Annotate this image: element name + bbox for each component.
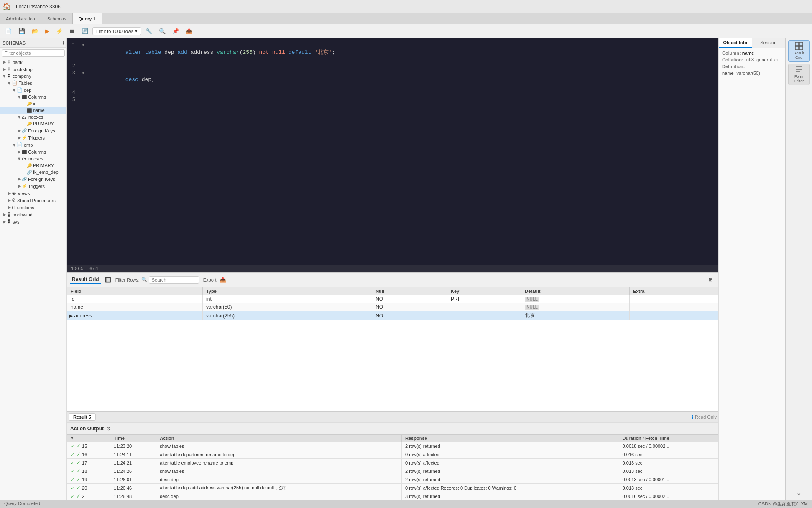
tree-toggle-columns-dep[interactable]: ▼ [17, 94, 22, 99]
wrap-cell-btn[interactable]: ⊞ [706, 276, 715, 284]
tree-item-columns-dep[interactable]: ▼ ⬛ Columns [0, 94, 66, 100]
tree-toggle-company[interactable]: ▼ [2, 74, 7, 79]
tree-item-columns-emp[interactable]: ▶ ⬛ Columns [0, 148, 66, 155]
window-title: Local instance 3306 [16, 4, 61, 10]
tab-object-info[interactable]: Object Info [719, 38, 752, 48]
tree-toggle-indexes-emp[interactable]: ▼ [17, 156, 22, 161]
tab-session[interactable]: Session [752, 38, 786, 48]
tree-toggle-northwind[interactable]: ▶ [2, 212, 7, 217]
cell-response: 3 row(s) returned [402, 492, 619, 500]
export-format-btn[interactable]: 📥 [220, 277, 226, 283]
tree-toggle-bookshop[interactable]: ▶ [2, 66, 7, 72]
cell-response: 2 row(s) returned [402, 442, 619, 450]
filter-objects-input[interactable] [2, 49, 65, 57]
result-grid-tab-btn[interactable]: Result Grid [70, 276, 101, 284]
execute-btn[interactable]: ▶ [43, 27, 52, 36]
limit-rows-control[interactable]: Limit to 1000 rows ▾ [92, 27, 141, 35]
code-editor[interactable]: 1 • alter table dep add address varchar(… [67, 38, 718, 272]
action-table-row: ✓ 19 11:26:01 desc dep 2 row(s) returned… [67, 475, 718, 484]
execute-current-btn[interactable]: ⚡ [54, 27, 65, 36]
col-header-type: Type [203, 287, 372, 295]
tree-item-northwind[interactable]: ▶ 🗄 northwind [0, 211, 66, 218]
tree-item-indexes-dep[interactable]: ▼ 🗂 Indexes [0, 114, 66, 120]
table-row[interactable]: id int NO PRI NULL [67, 295, 718, 303]
cell-action: desc dep [156, 475, 402, 484]
tree-item-dep[interactable]: ▼ 📄 dep [0, 86, 66, 94]
tree-toggle-functions[interactable]: ▶ [7, 205, 12, 210]
tree-toggle-emp[interactable]: ▼ [12, 142, 17, 147]
sidebar-toggle-icon[interactable]: ⟩ [62, 40, 64, 46]
tree-toggle-stored-procedures[interactable]: ▶ [7, 198, 12, 203]
tree-toggle-bank[interactable]: ▶ [2, 59, 7, 65]
tree-item-fk-emp-dep[interactable]: 🔗 fk_emp_dep [0, 169, 66, 175]
action-output-label: Action Output [70, 426, 104, 432]
search-btn[interactable]: 🔍 [156, 27, 168, 36]
table-row[interactable]: name varchar(50) NO NULL [67, 303, 718, 311]
database-icon-company: 🗄 [7, 74, 11, 79]
tree-item-fk-emp[interactable]: ▶ 🔗 Foreign Keys [0, 175, 66, 183]
cell-action: show tables [156, 442, 402, 450]
cell-key: PRI [447, 295, 521, 303]
action-table-row: ✓ 21 11:26:48 desc dep 3 row(s) returned… [67, 492, 718, 500]
editor-content[interactable]: 1 • alter table dep add address varchar(… [67, 38, 718, 265]
tree-item-primary-dep[interactable]: 🔑 PRIMARY [0, 120, 66, 127]
tree-toggle-triggers-emp[interactable]: ▶ [17, 183, 22, 189]
filter-rows-label: Filter Rows: [115, 277, 140, 282]
filter-rows-input[interactable] [149, 276, 199, 284]
tree-item-bookshop[interactable]: ▶ 🗄 bookshop [0, 66, 66, 73]
tree-item-indexes-emp[interactable]: ▼ 🗂 Indexes [0, 155, 66, 162]
tree-item-views[interactable]: ▶ 👁 Views [0, 190, 66, 197]
refresh-btn[interactable]: 🔄 [79, 27, 91, 36]
tree-toggle-fk-dep[interactable]: ▶ [17, 128, 22, 133]
tree-item-stored-procedures[interactable]: ▶ ⚙ Stored Procedures [0, 197, 66, 204]
tree-toggle-fk-emp[interactable]: ▶ [17, 176, 22, 182]
sidebar-tree: ▶ 🗄 bank ▶ 🗄 bookshop ▼ 🗄 company [0, 58, 66, 500]
tree-item-foreign-keys-dep[interactable]: ▶ 🔗 Foreign Keys [0, 127, 66, 134]
tree-toggle-dep[interactable]: ▼ [12, 88, 17, 93]
cell-field: id [67, 295, 203, 303]
tree-toggle-views[interactable]: ▶ [7, 190, 12, 196]
tree-item-triggers-emp[interactable]: ▶ ⚡ Triggers [0, 183, 66, 190]
tree-item-bank[interactable]: ▶ 🗄 bank [0, 58, 66, 66]
expand-down-btn[interactable]: ⌄ [794, 488, 804, 498]
tree-item-triggers-dep[interactable]: ▶ ⚡ Triggers [0, 134, 66, 141]
tree-item-primary-emp[interactable]: 🔑 PRIMARY [0, 162, 66, 169]
collation-info-row: Collation: utf8_general_ci [722, 57, 782, 62]
open-btn[interactable]: 📂 [29, 27, 41, 36]
tree-item-col-name[interactable]: ⬛ name [0, 107, 66, 114]
tree-item-tables[interactable]: ▼ 📋 Tables [0, 79, 66, 86]
form-editor-panel-btn[interactable]: FormEditor [788, 64, 810, 85]
tree-label-emp: emp [24, 142, 65, 147]
views-icon: 👁 [12, 191, 16, 196]
home-icon[interactable]: 🏠 [3, 3, 11, 10]
main-layout: SCHEMAS ⟩ ▶ 🗄 bank ▶ 🗄 bookshop [0, 38, 812, 500]
new-query-btn[interactable]: 📄 [3, 27, 14, 36]
tab-query1[interactable]: Query 1 [73, 13, 102, 24]
tree-toggle-indexes-dep[interactable]: ▼ [17, 114, 22, 119]
tab-bar: Administration Schemas Query 1 [0, 13, 812, 24]
snippet-btn[interactable]: 📌 [170, 27, 181, 36]
format-btn[interactable]: 🔧 [143, 27, 155, 36]
result-tab-5[interactable]: Result 5 [69, 413, 96, 421]
stop-btn[interactable]: ⏹ [67, 27, 77, 36]
center-panel: 1 • alter table dep add address varchar(… [67, 38, 718, 500]
tree-label-functions: Functions [14, 205, 65, 210]
tab-administration[interactable]: Administration [0, 13, 41, 24]
cell-action: alter table dep add address varchar(255)… [156, 484, 402, 492]
tree-toggle-columns-emp[interactable]: ▶ [17, 149, 22, 155]
tree-toggle-sys[interactable]: ▶ [2, 219, 7, 224]
triggers-icon-dep: ⚡ [22, 135, 27, 140]
save-btn[interactable]: 💾 [16, 27, 28, 36]
tree-item-emp[interactable]: ▼ 📄 emp [0, 141, 66, 148]
tree-toggle-tables[interactable]: ▼ [7, 81, 12, 86]
tree-item-sys[interactable]: ▶ 🗄 sys [0, 218, 66, 225]
action-table-row: ✓ 17 11:24:21 alter table employee renam… [67, 459, 718, 467]
tree-item-col-id[interactable]: 🔑 id [0, 100, 66, 107]
table-row[interactable]: ▶ address varchar(255) NO 北京 [67, 311, 718, 320]
export-btn[interactable]: 📤 [183, 27, 195, 36]
tree-item-functions[interactable]: ▶ f Functions [0, 204, 66, 211]
tree-item-company[interactable]: ▼ 🗄 company [0, 73, 66, 79]
result-grid-panel-btn[interactable]: ResultGrid [788, 40, 810, 62]
tree-toggle-triggers-dep[interactable]: ▶ [17, 135, 22, 140]
tab-schemas[interactable]: Schemas [41, 13, 73, 24]
